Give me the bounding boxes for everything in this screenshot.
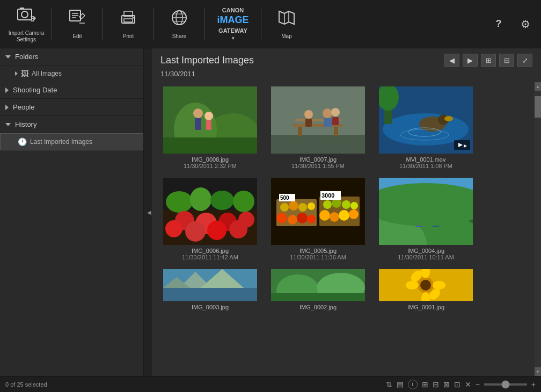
zoom-minus[interactable]: −: [476, 380, 480, 389]
help-button[interactable]: ?: [485, 1, 512, 47]
crop-icon[interactable]: ⊡: [454, 380, 460, 389]
grid-cell-img0007[interactable]: IMG_0007.jpg 11/30/2011 1:55 PM: [268, 86, 368, 169]
svg-point-73: [298, 203, 307, 212]
svg-rect-10: [124, 19, 133, 22]
grid-cell-img0001[interactable]: IMG_0001.jpg: [376, 269, 476, 310]
settings-button[interactable]: ⚙: [512, 1, 539, 47]
grid-cell-img0004[interactable]: IMG_0004.jpg 11/30/2011 10:11 AM: [376, 178, 476, 260]
sort-icon[interactable]: ⇅: [386, 380, 392, 389]
grid-cell-img0003[interactable]: IMG_0003.jpg: [160, 269, 260, 310]
collapse-button[interactable]: ◀: [147, 48, 152, 376]
grid-cell-mvi0001[interactable]: ▶ MVI_0001.mov 11/30/2011 1:08 PM: [376, 86, 476, 169]
svg-point-45: [444, 116, 453, 121]
scroll-thumb[interactable]: [535, 96, 541, 118]
scroll-down-button[interactable]: ▼: [535, 367, 541, 376]
svg-point-82: [350, 202, 358, 209]
last-imported-label: Last Imported Images: [30, 138, 92, 146]
content-area: Last Imported Images ◀ ▶ ⊞ ⊟ ⤢ 11/30/201…: [152, 48, 541, 376]
grid-row-2: IMG_0006.jpg 11/30/2011 11:42 AM: [160, 178, 526, 260]
toolbar: Import Camera Settings Edit Print: [0, 0, 541, 48]
map-button[interactable]: Map: [262, 1, 311, 47]
filter-icon[interactable]: ▤: [397, 380, 404, 389]
svg-point-67: [229, 220, 247, 238]
grid-large-icon[interactable]: ⊠: [443, 380, 450, 389]
toolbar-sep-5: [261, 8, 261, 40]
import-button[interactable]: Import Camera Settings: [2, 1, 50, 47]
status-bar: 0 of 25 selected ⇅ ▤ i ⊞ ⊟ ⊠ ⊡ ✕ − +: [0, 376, 541, 392]
grid-cell-img0008[interactable]: IMG_0008.jpg 11/30/2011 2:32 PM: [160, 86, 260, 169]
edit-icon: [68, 8, 87, 31]
svg-rect-33: [298, 127, 302, 136]
thumbnail-img0004[interactable]: [379, 178, 473, 245]
nav-back-button[interactable]: ◀: [444, 54, 459, 67]
thumbnail-img0008[interactable]: [163, 86, 257, 154]
print-button[interactable]: Print: [104, 1, 152, 47]
edit-button[interactable]: Edit: [53, 1, 101, 47]
svg-point-39: [331, 108, 340, 117]
thumbnail-img0002[interactable]: [271, 269, 365, 301]
svg-point-74: [308, 202, 315, 210]
shooting-date-triangle: [5, 88, 9, 93]
svg-point-37: [323, 108, 332, 118]
svg-text:3000: 3000: [321, 192, 334, 199]
canon-gateway-button[interactable]: CANONiMAGEGATEWAY ▾: [206, 1, 260, 47]
content-title: Last Imported Images: [160, 55, 254, 66]
people-section[interactable]: People: [0, 99, 143, 116]
svg-point-27: [193, 108, 203, 118]
grid-medium-icon[interactable]: ⊟: [433, 380, 439, 389]
thumbnail-mvi0001[interactable]: ▶: [379, 86, 473, 154]
filedate-img0007: 11/30/2011 1:55 PM: [291, 163, 345, 169]
filename-mvi0001: MVI_0001.mov: [406, 156, 446, 163]
folders-label: Folders: [15, 53, 38, 61]
shooting-date-section[interactable]: Shooting Date: [0, 82, 143, 99]
folders-section[interactable]: Folders: [0, 48, 143, 66]
edit-label: Edit: [72, 33, 82, 40]
filename-img0005: IMG_0005.jpg: [299, 248, 337, 254]
all-images-item[interactable]: 🖼 All Images: [0, 66, 143, 82]
filedate-img0006: 11/30/2011 11:42 AM: [182, 254, 238, 260]
delete-icon[interactable]: ✕: [465, 380, 471, 389]
thumbnail-img0006[interactable]: [163, 178, 257, 245]
import-icon: [16, 5, 37, 28]
history-section[interactable]: History: [0, 116, 143, 133]
grid-scroll-area: IMG_0008.jpg 11/30/2011 2:32 PM: [152, 82, 541, 376]
toolbar-sep-1: [52, 8, 52, 40]
scrollbar[interactable]: ▲ ▼: [535, 82, 541, 376]
grid-cell-img0002[interactable]: IMG_0002.jpg: [268, 269, 368, 310]
thumbnail-img0003[interactable]: [163, 269, 257, 301]
filedate-img0004: 11/30/2011 10:11 AM: [398, 254, 454, 260]
thumbnail-img0001[interactable]: [379, 269, 473, 301]
svg-point-65: [185, 221, 206, 242]
canon-gateway-icon: CANONiMAGEGATEWAY: [217, 6, 248, 34]
zoom-slider[interactable]: [484, 383, 527, 386]
nav-forward-button[interactable]: ▶: [463, 54, 478, 67]
last-imported-item[interactable]: 🕐 Last Imported Images: [0, 133, 143, 150]
grid-cell-img0005[interactable]: 500 3000 IMG_0005.jpg 11/30/2011 11:36 A…: [268, 178, 368, 260]
canon-gateway-label: ▾: [232, 35, 235, 41]
share-button[interactable]: Share: [155, 1, 203, 47]
all-images-label: All Images: [32, 70, 62, 77]
toolbar-sep-4: [204, 8, 205, 40]
info-icon[interactable]: i: [408, 380, 418, 389]
grid-view-button[interactable]: ⊞: [481, 54, 496, 67]
expand-button[interactable]: ⤢: [517, 54, 532, 67]
svg-marker-18: [279, 11, 294, 24]
scroll-track[interactable]: [535, 91, 541, 367]
grid-cell-img0006[interactable]: IMG_0006.jpg 11/30/2011 11:42 AM: [160, 178, 260, 260]
svg-rect-109: [271, 293, 365, 301]
zoom-plus[interactable]: +: [531, 380, 536, 389]
print-label: Print: [123, 33, 134, 40]
svg-point-75: [276, 213, 287, 223]
svg-point-1: [21, 11, 28, 18]
shooting-date-label: Shooting Date: [13, 86, 57, 94]
image-grid[interactable]: IMG_0008.jpg 11/30/2011 2:32 PM: [152, 82, 535, 376]
svg-point-71: [280, 203, 289, 212]
scroll-up-button[interactable]: ▲: [535, 82, 541, 91]
thumbnail-img0007[interactable]: [271, 86, 365, 154]
svg-rect-102: [163, 288, 257, 301]
thumbnail-img0005[interactable]: 500 3000: [271, 178, 365, 245]
filedate-img0005: 11/30/2011 11:36 AM: [290, 254, 346, 260]
main-area: Folders 🖼 All Images Shooting Date Peopl…: [0, 48, 541, 376]
grid-small-icon[interactable]: ⊞: [422, 380, 428, 389]
detail-view-button[interactable]: ⊟: [499, 54, 514, 67]
